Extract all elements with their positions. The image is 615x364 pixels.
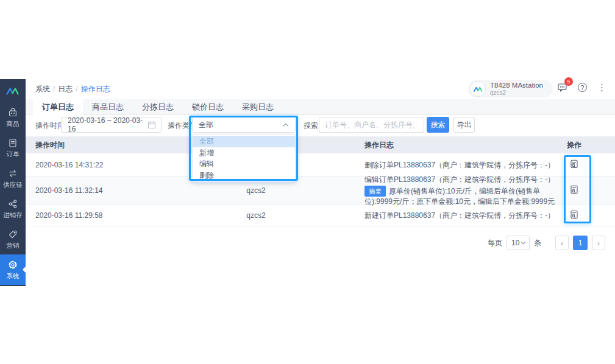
col-header-time: 操作时间 — [35, 140, 65, 150]
search-button[interactable]: 搜索 — [427, 117, 449, 133]
user-subname: qzcs2 — [490, 89, 543, 96]
row-actions — [561, 210, 588, 222]
row-time: 2020-03-16 14:31:22 — [35, 161, 103, 169]
per-page-value: 10 — [511, 239, 519, 247]
sidebar-item-system[interactable]: 系统 — [0, 254, 26, 285]
sidebar-item-label: 系统 — [7, 272, 20, 281]
log-tabs: 订单日志 商品日志 分拣日志 锁价日志 采购日志 — [26, 99, 615, 115]
more-menu-button[interactable]: ⋮ — [597, 83, 606, 92]
operation-type-value: 全部 — [199, 120, 213, 130]
breadcrumb-logs[interactable]: 日志 — [58, 85, 73, 93]
row-time: 2020-03-16 11:32:14 — [35, 186, 103, 195]
sidebar-item-supply-chain[interactable]: 供应链 — [0, 163, 26, 194]
row-actions — [561, 185, 588, 197]
question-mark-icon: ? — [578, 83, 587, 92]
topbar-icons: 5 ? ⋮ — [557, 82, 606, 93]
dropdown-option-edit[interactable]: 编辑 — [193, 158, 295, 170]
exchange-arrows-icon — [7, 168, 18, 179]
order-doc-icon — [7, 138, 18, 149]
app-window: 商品 订单 供应链 进销存 营销 — [0, 79, 615, 287]
log-detail-line: 摘要原单价(销售单位):10元/斤，编辑后单价(销售单位):9999元/斤；原下… — [364, 186, 557, 206]
per-page-prefix: 每页 — [488, 238, 502, 248]
operation-type-select[interactable]: 全部 — [192, 117, 296, 133]
summary-tag: 摘要 — [364, 186, 386, 197]
gear-icon — [7, 259, 18, 270]
date-range-value: 2020-03-16 ~ 2020-03-16 — [68, 116, 145, 133]
kebab-menu-icon: ⋮ — [597, 83, 606, 92]
sidebar-item-label: 供应链 — [3, 181, 23, 189]
messages-button[interactable]: 5 — [557, 82, 567, 93]
brand-logo-icon — [473, 86, 483, 93]
tab-purchase-log[interactable]: 采购日志 — [233, 99, 283, 115]
col-header-action: 操作 — [561, 140, 588, 150]
main-content: 系统/日志/操作日志 T8428 MAstation qzcs2 — [26, 79, 615, 287]
notification-badge: 5 — [564, 77, 573, 86]
table-row: 2020-03-16 11:29:58 qzcs2 新建订单PL13880637… — [26, 205, 615, 226]
row-actions — [561, 159, 588, 170]
row-time: 2020-03-16 11:29:58 — [35, 211, 103, 220]
user-name: T8428 MAstation — [490, 82, 543, 90]
tab-order-log[interactable]: 订单日志 — [33, 99, 83, 115]
sidebar-item-label: 进销存 — [3, 211, 23, 220]
dropdown-option-delete[interactable]: 删除 — [193, 170, 295, 181]
row-log-text: 编辑订单PL13880637（商户：建筑学院傅，分拣序号：-） 摘要原单价(销售… — [364, 175, 557, 206]
next-page-button[interactable]: › — [592, 236, 605, 250]
pagination: 每页 10 条 ‹ 1 › — [488, 236, 605, 250]
calendar-icon — [148, 121, 156, 129]
breadcrumb-system[interactable]: 系统 — [35, 85, 50, 93]
export-button[interactable]: 导出 — [453, 117, 475, 133]
row-log-text: 删除订单PL13880637（商户：建筑学院傅，分拣序号：-） — [364, 160, 557, 170]
avatar — [470, 81, 486, 97]
sidebar-item-goods[interactable]: 商品 — [0, 102, 26, 133]
sidebar-item-marketing[interactable]: 营销 — [0, 224, 26, 254]
app-logo-icon[interactable] — [0, 79, 26, 102]
search-input[interactable] — [319, 117, 424, 133]
view-detail-icon[interactable] — [569, 210, 579, 220]
table-row: 2020-03-16 14:31:22 删除订单PL13880637（商户：建筑… — [26, 153, 615, 177]
tab-sorting-log[interactable]: 分拣日志 — [133, 99, 183, 115]
sidebar: 商品 订单 供应链 进销存 营销 — [0, 79, 26, 286]
table-header: 操作时间 操作日志 操作 — [26, 136, 615, 153]
view-detail-icon[interactable] — [569, 185, 579, 195]
per-page-suffix: 条 — [534, 238, 541, 248]
per-page-select[interactable]: 10 — [507, 236, 530, 250]
log-detail-text: 原单价(销售单位):10元/斤，编辑后单价(销售单位):9999元/斤；原下单金… — [364, 187, 555, 206]
breadcrumb-separator: / — [53, 85, 55, 93]
breadcrumb-operation-log[interactable]: 操作日志 — [81, 85, 110, 93]
chevron-up-icon — [282, 123, 289, 127]
page-number-button[interactable]: 1 — [573, 236, 588, 250]
breadcrumb-separator: / — [76, 85, 77, 93]
date-range-input[interactable]: 2020-03-16 ~ 2020-03-16 — [61, 117, 162, 133]
chevron-down-icon — [521, 241, 526, 245]
tab-goods-log[interactable]: 商品日志 — [83, 99, 133, 115]
log-line: 编辑订单PL13880637（商户：建筑学院傅，分拣序号：-） — [364, 175, 555, 184]
row-operator: qzcs2 — [226, 186, 286, 195]
help-button[interactable]: ? — [578, 83, 587, 92]
row-log-text: 新建订单PL13880637（商户：建筑学院傅，分拣序号：-） — [364, 211, 557, 220]
user-chip[interactable]: T8428 MAstation qzcs2 — [468, 80, 553, 98]
sidebar-item-orders[interactable]: 订单 — [0, 133, 26, 163]
table-row: 2020-03-16 11:32:14 qzcs2 编辑订单PL13880637… — [26, 177, 615, 205]
share-nodes-icon — [7, 198, 18, 209]
tab-lock-price-log[interactable]: 锁价日志 — [183, 99, 233, 115]
operation-type-dropdown: 全部 新增 编辑 删除 — [192, 134, 296, 183]
sidebar-item-label: 订单 — [7, 150, 20, 159]
search-label: 搜索: — [304, 121, 320, 131]
sidebar-item-inventory[interactable]: 进销存 — [0, 194, 26, 224]
bag-icon — [7, 107, 18, 118]
prev-page-button[interactable]: ‹ — [555, 236, 569, 250]
price-tag-icon — [7, 229, 18, 240]
view-detail-icon[interactable] — [569, 159, 579, 169]
sidebar-item-label: 营销 — [7, 242, 20, 250]
breadcrumb: 系统/日志/操作日志 — [35, 84, 110, 94]
dropdown-option-all[interactable]: 全部 — [193, 136, 295, 147]
dropdown-option-add[interactable]: 新增 — [193, 147, 295, 159]
sidebar-item-label: 商品 — [7, 120, 20, 128]
col-header-log: 操作日志 — [364, 140, 557, 150]
row-operator: qzcs2 — [226, 211, 286, 220]
